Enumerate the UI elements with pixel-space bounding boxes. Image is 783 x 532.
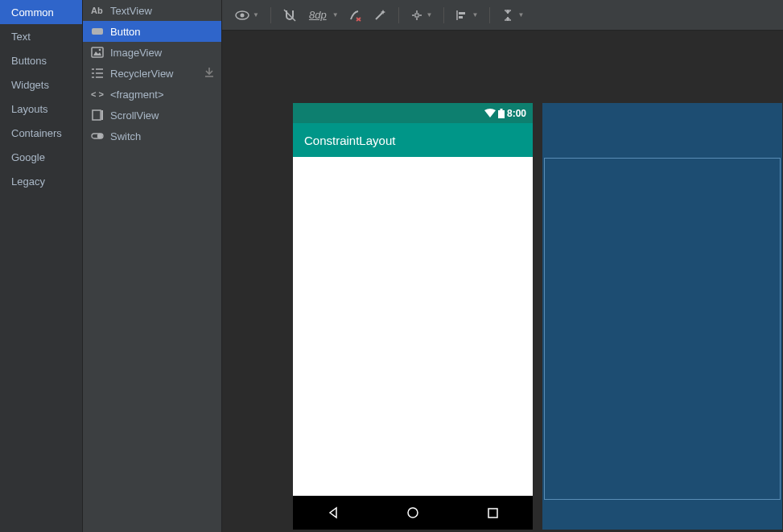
wifi-icon [484,109,496,118]
palette-item-textview[interactable]: AbTextView [83,0,221,21]
eye-icon [235,10,249,21]
imageview-icon [91,46,104,59]
preview-area[interactable]: 8:00 ConstraintLayout [222,31,783,532]
category-item-common[interactable]: Common [0,0,82,24]
category-sidebar: CommonTextButtonsWidgetsLayoutsContainer… [0,0,83,532]
svg-marker-3 [93,52,101,56]
category-item-legacy[interactable]: Legacy [0,169,82,193]
chevron-down-icon: ▼ [517,11,524,19]
infer-constraints-button[interactable] [369,5,390,26]
clear-constraints-icon [348,8,363,23]
svg-point-4 [99,49,101,52]
design-canvas: ▼ 8dp ▼ [222,0,783,532]
palette-sidebar: AbTextViewButtonImageViewRecyclerView< >… [83,0,222,532]
autoconnect-toggle-button[interactable] [279,5,300,26]
palette-item-button[interactable]: Button [83,21,221,42]
svg-text:< >: < > [91,89,104,99]
palette-item-imageview[interactable]: ImageView [83,42,221,63]
palette-item-switch[interactable]: Switch [83,126,221,146]
default-margins-button[interactable]: 8dp ▼ [303,6,342,24]
nav-bar [293,496,533,530]
device-preview[interactable]: 8:00 ConstraintLayout [293,103,533,530]
category-item-layouts[interactable]: Layouts [0,97,82,121]
svg-rect-2 [92,47,103,57]
svg-rect-14 [101,110,103,120]
magic-wand-icon [373,8,387,23]
svg-marker-36 [505,17,510,19]
svg-rect-38 [500,109,502,110]
chevron-down-icon: ▼ [253,11,259,19]
align-button[interactable]: ▼ [452,6,481,25]
palette-item-fragment[interactable]: < ><fragment> [83,84,221,105]
palette-item-label: TextView [110,5,152,17]
guidelines-button[interactable]: ▼ [407,6,436,25]
battery-icon [498,109,505,118]
palette-item-scrollview[interactable]: ScrollView [83,105,221,126]
category-item-text[interactable]: Text [0,24,82,48]
category-item-containers[interactable]: Containers [0,121,82,145]
layout-body[interactable] [293,157,533,496]
palette-item-label: <fragment> [110,89,164,101]
button-icon [91,25,104,38]
category-item-widgets[interactable]: Widgets [0,72,82,97]
svg-marker-35 [505,11,510,14]
palette-item-label: Button [110,26,141,38]
magnet-off-icon [282,8,297,23]
view-options-button[interactable]: ▼ [232,6,262,24]
blueprint-preview[interactable] [542,103,782,530]
app-bar: ConstraintLayout [293,123,533,157]
category-item-google[interactable]: Google [0,145,82,169]
textview-icon: Ab [91,4,104,17]
pack-button[interactable]: ▼ [498,6,527,25]
app-title: ConstraintLayout [304,134,395,147]
svg-rect-27 [415,14,418,17]
chevron-down-icon: ▼ [427,11,433,19]
recyclerview-icon [91,67,104,80]
pack-icon [501,9,514,22]
scrollview-icon [91,109,104,122]
svg-line-22 [376,13,382,19]
svg-rect-29 [459,12,465,14]
home-icon[interactable] [406,506,419,519]
chevron-down-icon: ▼ [332,11,339,19]
palette-item-label: Switch [110,130,141,142]
status-time: 8:00 [507,108,526,119]
svg-point-16 [97,134,102,138]
status-bar: 8:00 [293,103,533,123]
svg-point-18 [241,13,245,17]
category-item-buttons[interactable]: Buttons [0,48,82,72]
svg-rect-37 [498,110,505,118]
clear-constraints-button[interactable] [345,5,366,26]
palette-item-label: ImageView [110,47,162,59]
palette-item-label: ScrollView [110,109,159,122]
svg-point-39 [408,508,418,518]
recents-icon[interactable] [487,507,499,519]
fragment-icon: < > [91,88,104,101]
svg-rect-13 [93,110,101,120]
align-icon [455,9,468,22]
chevron-down-icon: ▼ [472,11,478,19]
palette-item-label: RecyclerView [110,68,174,80]
svg-text:Ab: Ab [91,6,103,15]
svg-rect-1 [92,28,103,35]
svg-rect-40 [488,509,497,518]
back-icon[interactable] [327,506,340,519]
download-icon[interactable] [204,67,215,80]
switch-icon [91,130,104,142]
design-toolbar: ▼ 8dp ▼ [222,0,783,31]
svg-rect-30 [459,16,463,19]
blueprint-body[interactable] [544,158,781,500]
guidelines-icon [410,9,423,22]
palette-item-recyclerview[interactable]: RecyclerView [83,63,221,84]
